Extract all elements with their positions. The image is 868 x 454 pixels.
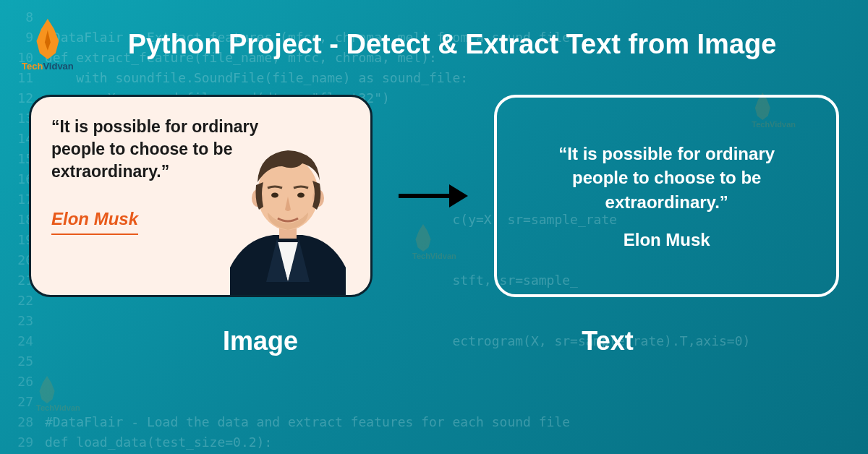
extracted-text-card: “It is possible for ordinary people to c… xyxy=(494,95,839,297)
label-image: Image xyxy=(109,326,412,356)
person-portrait xyxy=(216,137,360,295)
source-author: Elon Musk xyxy=(51,209,138,235)
comparison-stage: “It is possible for ordinary people to c… xyxy=(0,95,868,297)
brand-text: TechVidvan xyxy=(22,61,74,72)
source-image-card: “It is possible for ordinary people to c… xyxy=(29,95,373,297)
label-text: Text xyxy=(456,326,760,356)
extracted-quote-text: “It is possible for ordinary people to c… xyxy=(529,142,804,215)
svg-point-5 xyxy=(297,193,305,198)
arrow-icon xyxy=(399,184,468,207)
brand-vidvan: Vidvan xyxy=(43,61,73,72)
watermark-icon: TechVidvan xyxy=(36,376,80,412)
page-title: Python Project - Detect & Extract Text f… xyxy=(0,0,868,60)
svg-point-4 xyxy=(271,193,278,198)
panel-labels: Image Text xyxy=(0,326,868,356)
extracted-author: Elon Musk xyxy=(624,230,710,250)
brand-tech: Tech xyxy=(22,61,43,72)
